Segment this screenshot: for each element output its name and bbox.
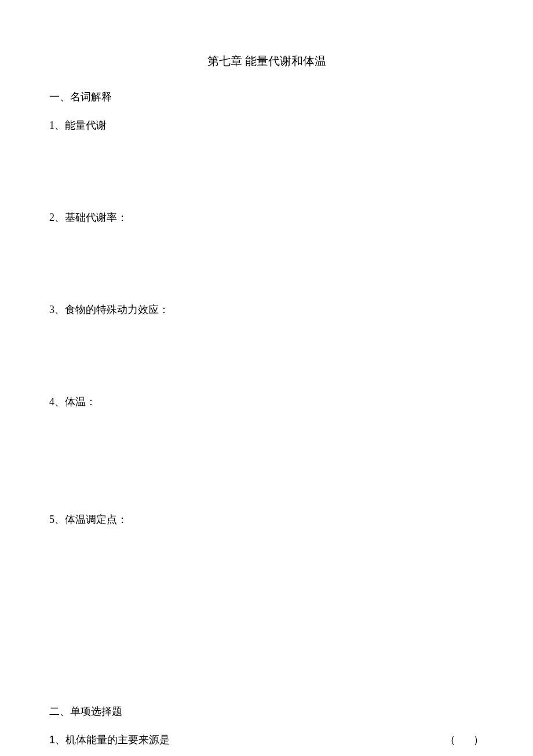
section-1-heading: 一、名词解释 — [49, 89, 484, 105]
term-4-text[interactable]: 4、体温： — [49, 396, 96, 408]
q1-stem-text: 、机体能量的主要来源是 — [55, 734, 170, 746]
term-3: 3、食物的特殊动力效应： — [49, 302, 484, 318]
term-3-text[interactable]: 3、食物的特殊动力效应： — [49, 304, 169, 315]
section-gap — [49, 604, 484, 704]
q1-stem: 1、机体能量的主要来源是 — [49, 732, 445, 748]
q1-answer-blank[interactable]: （ ） — [445, 732, 484, 748]
q1-number: 1 — [49, 734, 55, 746]
section-2-heading: 二、单项选择题 — [49, 704, 484, 719]
term-5-text[interactable]: 5、体温调定点： — [49, 514, 127, 525]
term-5: 5、体温调定点： — [49, 512, 484, 528]
chapter-title: 第七章 能量代谢和体温 — [49, 52, 484, 70]
term-4: 4、体温： — [49, 394, 484, 410]
term-1: 1、能量代谢 — [49, 118, 484, 133]
question-1: 1、机体能量的主要来源是 （ ） — [49, 732, 484, 748]
term-2-text[interactable]: 2、基础代谢率： — [49, 212, 127, 223]
document-page: 第七章 能量代谢和体温 一、名词解释 1、能量代谢 2、基础代谢率： 3、食物的… — [0, 0, 533, 756]
term-1-text[interactable]: 1、能量代谢 — [49, 119, 107, 131]
term-2: 2、基础代谢率： — [49, 210, 484, 226]
